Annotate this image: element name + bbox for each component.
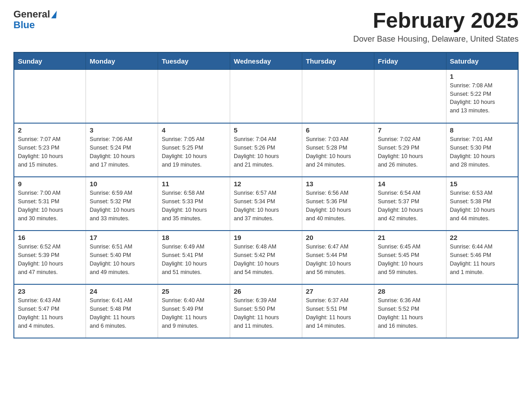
calendar-week-2: 2Sunrise: 7:07 AM Sunset: 5:23 PM Daylig… [14, 123, 518, 177]
day-info: Sunrise: 6:41 AM Sunset: 5:48 PM Dayligh… [90, 296, 154, 330]
day-number: 17 [90, 234, 154, 241]
day-number: 15 [450, 180, 514, 188]
calendar-cell: 6Sunrise: 7:03 AM Sunset: 5:28 PM Daylig… [302, 123, 374, 177]
day-number: 14 [378, 180, 442, 188]
day-info: Sunrise: 6:51 AM Sunset: 5:40 PM Dayligh… [90, 243, 154, 276]
calendar-cell [302, 69, 374, 123]
header-day-thursday: Thursday [302, 52, 374, 70]
day-info: Sunrise: 6:48 AM Sunset: 5:42 PM Dayligh… [234, 243, 298, 276]
calendar-cell: 10Sunrise: 6:59 AM Sunset: 5:32 PM Dayli… [86, 177, 158, 231]
calendar-cell: 18Sunrise: 6:49 AM Sunset: 5:41 PM Dayli… [158, 231, 230, 284]
header-day-monday: Monday [86, 52, 158, 70]
calendar-cell: 17Sunrise: 6:51 AM Sunset: 5:40 PM Dayli… [86, 231, 158, 284]
calendar-cell: 8Sunrise: 7:01 AM Sunset: 5:30 PM Daylig… [446, 123, 518, 177]
calendar-cell: 9Sunrise: 7:00 AM Sunset: 5:31 PM Daylig… [14, 177, 86, 231]
day-number: 22 [450, 234, 514, 241]
calendar-cell: 23Sunrise: 6:43 AM Sunset: 5:47 PM Dayli… [14, 284, 86, 338]
day-info: Sunrise: 6:52 AM Sunset: 5:39 PM Dayligh… [18, 243, 82, 276]
calendar-cell: 1Sunrise: 7:08 AM Sunset: 5:22 PM Daylig… [446, 69, 518, 123]
day-info: Sunrise: 6:44 AM Sunset: 5:46 PM Dayligh… [450, 243, 514, 276]
calendar-cell: 5Sunrise: 7:04 AM Sunset: 5:26 PM Daylig… [230, 123, 302, 177]
calendar-body: 1Sunrise: 7:08 AM Sunset: 5:22 PM Daylig… [14, 69, 518, 338]
day-info: Sunrise: 6:54 AM Sunset: 5:37 PM Dayligh… [378, 189, 442, 223]
logo-triangle-icon [51, 11, 56, 18]
day-number: 20 [306, 234, 370, 241]
day-info: Sunrise: 6:56 AM Sunset: 5:36 PM Dayligh… [306, 189, 370, 223]
day-info: Sunrise: 6:45 AM Sunset: 5:45 PM Dayligh… [378, 243, 442, 276]
logo-blue-text: Blue [13, 20, 35, 30]
day-info: Sunrise: 6:37 AM Sunset: 5:51 PM Dayligh… [306, 296, 370, 330]
header-day-wednesday: Wednesday [230, 52, 302, 70]
calendar-cell: 2Sunrise: 7:07 AM Sunset: 5:23 PM Daylig… [14, 123, 86, 177]
calendar-week-3: 9Sunrise: 7:00 AM Sunset: 5:31 PM Daylig… [14, 177, 518, 231]
calendar-week-5: 23Sunrise: 6:43 AM Sunset: 5:47 PM Dayli… [14, 284, 518, 338]
day-number: 25 [162, 287, 226, 295]
calendar-cell: 20Sunrise: 6:47 AM Sunset: 5:44 PM Dayli… [302, 231, 374, 284]
day-number: 10 [90, 180, 154, 188]
day-number: 6 [306, 126, 370, 134]
header-day-sunday: Sunday [14, 52, 86, 70]
calendar-cell [446, 284, 518, 338]
day-number: 23 [18, 287, 82, 295]
header-day-friday: Friday [374, 52, 446, 70]
calendar-cell [86, 69, 158, 123]
calendar-cell: 13Sunrise: 6:56 AM Sunset: 5:36 PM Dayli… [302, 177, 374, 231]
day-number: 26 [234, 287, 298, 295]
calendar-week-4: 16Sunrise: 6:52 AM Sunset: 5:39 PM Dayli… [14, 231, 518, 284]
location-subtitle: Dover Base Housing, Delaware, United Sta… [353, 34, 519, 44]
header-day-saturday: Saturday [446, 52, 518, 70]
day-info: Sunrise: 7:07 AM Sunset: 5:23 PM Dayligh… [18, 135, 82, 169]
calendar-cell: 19Sunrise: 6:48 AM Sunset: 5:42 PM Dayli… [230, 231, 302, 284]
day-info: Sunrise: 6:43 AM Sunset: 5:47 PM Dayligh… [18, 296, 82, 330]
day-number: 18 [162, 234, 226, 241]
calendar-cell [158, 69, 230, 123]
day-info: Sunrise: 7:06 AM Sunset: 5:24 PM Dayligh… [90, 135, 154, 169]
day-info: Sunrise: 6:59 AM Sunset: 5:32 PM Dayligh… [90, 189, 154, 223]
calendar-table: SundayMondayTuesdayWednesdayThursdayFrid… [13, 52, 519, 339]
calendar-cell: 21Sunrise: 6:45 AM Sunset: 5:45 PM Dayli… [374, 231, 446, 284]
day-number: 13 [306, 180, 370, 188]
day-number: 28 [378, 287, 442, 295]
day-number: 11 [162, 180, 226, 188]
day-info: Sunrise: 6:58 AM Sunset: 5:33 PM Dayligh… [162, 189, 226, 223]
calendar-cell: 27Sunrise: 6:37 AM Sunset: 5:51 PM Dayli… [302, 284, 374, 338]
calendar-cell: 7Sunrise: 7:02 AM Sunset: 5:29 PM Daylig… [374, 123, 446, 177]
calendar-cell [230, 69, 302, 123]
day-info: Sunrise: 6:36 AM Sunset: 5:52 PM Dayligh… [378, 296, 442, 330]
day-info: Sunrise: 7:01 AM Sunset: 5:30 PM Dayligh… [450, 135, 514, 169]
day-info: Sunrise: 7:02 AM Sunset: 5:29 PM Dayligh… [378, 135, 442, 169]
calendar-header: SundayMondayTuesdayWednesdayThursdayFrid… [14, 52, 518, 70]
day-info: Sunrise: 7:03 AM Sunset: 5:28 PM Dayligh… [306, 135, 370, 169]
day-number: 12 [234, 180, 298, 188]
calendar-cell: 3Sunrise: 7:06 AM Sunset: 5:24 PM Daylig… [86, 123, 158, 177]
day-info: Sunrise: 7:00 AM Sunset: 5:31 PM Dayligh… [18, 189, 82, 223]
day-number: 1 [450, 73, 514, 80]
day-number: 24 [90, 287, 154, 295]
day-number: 8 [450, 126, 514, 134]
page-header: General Blue February 2025 Dover Base Ho… [13, 9, 519, 44]
day-number: 4 [162, 126, 226, 134]
day-info: Sunrise: 6:47 AM Sunset: 5:44 PM Dayligh… [306, 243, 370, 276]
day-number: 7 [378, 126, 442, 134]
calendar-cell: 26Sunrise: 6:39 AM Sunset: 5:50 PM Dayli… [230, 284, 302, 338]
day-number: 5 [234, 126, 298, 134]
day-number: 9 [18, 180, 82, 188]
day-info: Sunrise: 6:57 AM Sunset: 5:34 PM Dayligh… [234, 189, 298, 223]
calendar-cell: 15Sunrise: 6:53 AM Sunset: 5:38 PM Dayli… [446, 177, 518, 231]
calendar-cell: 12Sunrise: 6:57 AM Sunset: 5:34 PM Dayli… [230, 177, 302, 231]
day-number: 2 [18, 126, 82, 134]
day-info: Sunrise: 7:04 AM Sunset: 5:26 PM Dayligh… [234, 135, 298, 169]
day-number: 16 [18, 234, 82, 241]
day-info: Sunrise: 6:39 AM Sunset: 5:50 PM Dayligh… [234, 296, 298, 330]
title-section: February 2025 Dover Base Housing, Delawa… [353, 9, 519, 44]
day-info: Sunrise: 6:49 AM Sunset: 5:41 PM Dayligh… [162, 243, 226, 276]
header-day-tuesday: Tuesday [158, 52, 230, 70]
calendar-week-1: 1Sunrise: 7:08 AM Sunset: 5:22 PM Daylig… [14, 69, 518, 123]
day-info: Sunrise: 7:08 AM Sunset: 5:22 PM Dayligh… [450, 81, 514, 115]
month-title: February 2025 [353, 9, 519, 33]
calendar-cell: 4Sunrise: 7:05 AM Sunset: 5:25 PM Daylig… [158, 123, 230, 177]
calendar-cell [374, 69, 446, 123]
calendar-cell: 16Sunrise: 6:52 AM Sunset: 5:39 PM Dayli… [14, 231, 86, 284]
calendar-cell: 14Sunrise: 6:54 AM Sunset: 5:37 PM Dayli… [374, 177, 446, 231]
calendar-cell [14, 69, 86, 123]
